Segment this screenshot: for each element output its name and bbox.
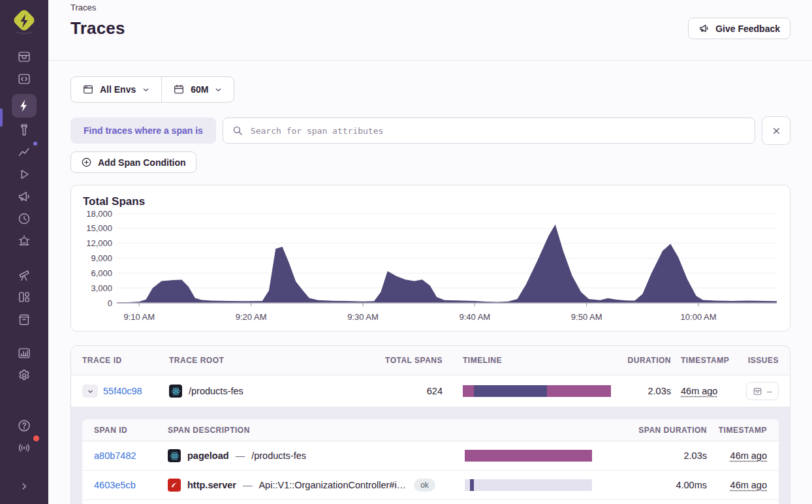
environment-icon <box>82 84 94 95</box>
span-attributes-search[interactable] <box>223 118 755 144</box>
span-row: a80b7482 pageload — /products-fes 2.03s <box>82 441 779 471</box>
svg-text:9:40 AM: 9:40 AM <box>459 312 490 322</box>
sentry-logo[interactable] <box>10 7 39 37</box>
add-span-condition-button[interactable]: Add Span Condition <box>70 151 196 173</box>
col-trace-root: TRACE ROOT <box>169 356 371 365</box>
query-builder-row: Find traces where a span is <box>70 116 790 145</box>
plus-circle-icon <box>81 157 92 168</box>
trace-issues-button[interactable]: – <box>746 382 779 400</box>
traces-table: TRACE ID TRACE ROOT TOTAL SPANS TIMELINE… <box>70 345 790 504</box>
chevron-right-icon <box>18 480 31 493</box>
col-issues: ISSUES <box>740 356 779 365</box>
separator: — <box>243 480 253 490</box>
react-platform-icon <box>169 385 182 398</box>
lightning-bolt-icon <box>17 99 31 113</box>
issues-inbox-icon <box>17 50 31 64</box>
span-row: 4603e5cb http.server — Api::V1::Organiza… <box>82 471 779 500</box>
environment-filter[interactable]: All Envs <box>71 77 161 102</box>
sidebar-item-help[interactable] <box>12 415 37 436</box>
svg-text:15,000: 15,000 <box>86 223 112 233</box>
span-duration: 4.00ms <box>595 480 707 490</box>
col-span-duration: SPAN DURATION <box>595 426 707 435</box>
sidebar-item-history[interactable] <box>12 208 37 230</box>
give-feedback-label: Give Feedback <box>715 24 780 34</box>
give-feedback-button[interactable]: Give Feedback <box>688 18 790 39</box>
sidebar-item-user-feedback[interactable] <box>12 186 37 208</box>
svg-text:10:00 AM: 10:00 AM <box>681 312 717 322</box>
trace-id-link[interactable]: 55f40c98 <box>103 386 142 396</box>
total-spans-panel: Total Spans 03,0006,0009,00012,00015,000… <box>70 185 790 332</box>
gear-icon <box>17 368 31 383</box>
chevron-down-icon <box>142 86 150 94</box>
spans-table-header: SPAN ID SPAN DESCRIPTION SPAN DURATION T… <box>82 419 779 441</box>
telescope-icon <box>17 268 31 282</box>
bar-chart-icon <box>17 346 31 360</box>
sidebar-item-explore[interactable] <box>12 264 37 286</box>
page-filter-bar: All Envs 60M <box>70 76 234 102</box>
sidebar-item-traces[interactable] <box>12 94 37 118</box>
issues-inbox-icon <box>753 386 762 396</box>
sidebar-item-settings[interactable] <box>12 365 37 386</box>
trace-timeline-bar <box>463 385 611 397</box>
col-span-description: SPAN DESCRIPTION <box>168 426 461 435</box>
sidebar-item-alerts[interactable] <box>12 230 37 252</box>
col-total-spans: TOTAL SPANS <box>371 356 443 365</box>
collapse-trace-button[interactable] <box>82 385 98 398</box>
expanded-trace-section: SPAN ID SPAN DESCRIPTION SPAN DURATION T… <box>71 407 790 504</box>
filter-row: All Envs 60M <box>70 76 790 102</box>
sidebar-item-issues[interactable] <box>12 46 37 68</box>
svg-text:9:50 AM: 9:50 AM <box>571 312 602 322</box>
sidebar-footer <box>12 415 37 498</box>
search-input[interactable] <box>249 125 746 136</box>
sidebar-item-replays[interactable] <box>12 164 37 185</box>
find-traces-pill: Find traces where a span is <box>70 118 216 144</box>
col-trace-id: TRACE ID <box>82 356 169 365</box>
react-platform-icon <box>168 449 181 462</box>
span-row-partial <box>82 500 779 504</box>
col-timeline: TIMELINE <box>443 356 614 365</box>
sidebar-item-dashboards[interactable] <box>12 287 37 308</box>
span-description: Api::V1::OrganizationController#i… <box>258 480 406 490</box>
calendar-icon <box>173 84 185 95</box>
whats-new-notification-dot <box>32 434 40 443</box>
archive-box-icon <box>17 312 31 326</box>
sidebar-item-metrics[interactable] <box>12 142 37 163</box>
sidebar-item-releases[interactable] <box>12 309 37 330</box>
sidebar <box>0 0 48 504</box>
span-id-link[interactable]: 4603e5cb <box>94 480 136 490</box>
svg-text:3,000: 3,000 <box>91 283 112 293</box>
span-duration: 2.03s <box>595 450 707 461</box>
span-timestamp[interactable]: 46m ago <box>730 480 767 490</box>
svg-text:6,000: 6,000 <box>91 268 112 278</box>
svg-text:12,000: 12,000 <box>86 238 112 248</box>
search-icon <box>232 125 243 136</box>
span-description: /products-fes <box>251 450 306 461</box>
siren-icon <box>17 234 31 248</box>
sidebar-item-whats-new[interactable] <box>12 437 37 458</box>
sidebar-collapse-button[interactable] <box>12 476 37 497</box>
chevron-down-icon <box>214 86 223 94</box>
close-icon <box>771 125 782 136</box>
svg-text:9,000: 9,000 <box>91 253 112 263</box>
ruby-platform-icon <box>168 479 181 492</box>
breadcrumb[interactable]: Traces <box>70 3 790 12</box>
active-nav-indicator <box>0 108 3 127</box>
col-span-timestamp: TIMESTAMP <box>707 426 767 435</box>
span-id-link[interactable]: a80b7482 <box>94 450 136 461</box>
sidebar-item-projects[interactable] <box>12 69 37 90</box>
span-status-badge: ok <box>414 479 435 492</box>
chart-title: Total Spans <box>83 195 779 208</box>
col-span-id: SPAN ID <box>94 426 168 435</box>
sidebar-item-stats[interactable] <box>12 343 37 364</box>
trace-timestamp[interactable]: 46m ago <box>681 386 717 396</box>
time-period-filter[interactable]: 60M <box>162 77 234 102</box>
play-icon <box>17 167 31 181</box>
issues-count-value: – <box>767 386 772 396</box>
svg-text:9:10 AM: 9:10 AM <box>123 312 155 322</box>
span-timestamp[interactable]: 46m ago <box>730 450 767 461</box>
code-folder-icon <box>17 72 31 86</box>
remove-condition-button[interactable] <box>762 116 790 145</box>
span-timeline-bar <box>465 450 592 462</box>
svg-text:18,000: 18,000 <box>86 209 112 219</box>
sidebar-item-profiling[interactable] <box>12 119 37 141</box>
